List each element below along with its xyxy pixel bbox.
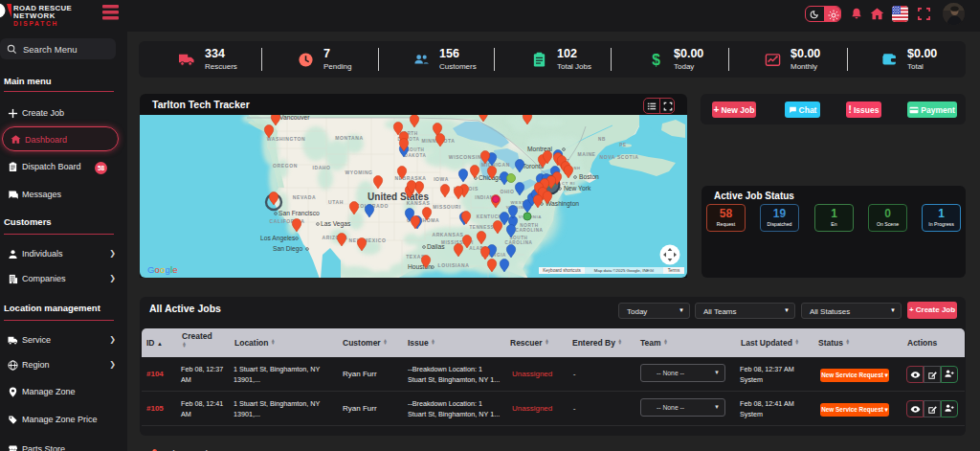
svg-text:Dallas: Dallas [427,243,445,250]
svg-text:IDAHO: IDAHO [312,165,330,170]
svg-text:OREGON: OREGON [273,163,298,169]
svg-text:WASHINGTON: WASHINGTON [267,136,305,142]
svg-text:PE: PE [619,143,626,147]
svg-text:Vancouver: Vancouver [279,115,310,121]
svg-text:Las Vegas: Las Vegas [321,220,351,228]
svg-text:DISPATCH: DISPATCH [13,20,58,27]
svg-text:UTAH: UTAH [328,199,344,205]
svg-text:MISSOURI: MISSOURI [433,204,461,210]
svg-text:CAROLINA: CAROLINA [504,240,532,245]
svg-text:NB: NB [598,137,606,142]
svg-text:IOWA: IOWA [434,176,449,182]
svg-text:San Diego: San Diego [273,245,303,253]
svg-text:NH: NH [574,166,581,170]
svg-text:WISCONSIN: WISCONSIN [449,154,481,160]
svg-text:MAINE: MAINE [577,151,595,157]
svg-text:MONTANA: MONTANA [335,135,363,141]
svg-text:Boston: Boston [579,173,599,180]
svg-text:NOVA SCOTIA: NOVA SCOTIA [600,154,639,160]
svg-text:DAKOTA: DAKOTA [405,153,427,158]
svg-text:NETWORK: NETWORK [13,11,56,20]
svg-text:NEVADA: NEVADA [293,194,316,200]
svg-text:$: $ [652,52,660,68]
svg-text:Keyboard shortcuts: Keyboard shortcuts [543,268,581,273]
svg-text:CAROLINA: CAROLINA [515,228,543,233]
svg-text:Google: Google [147,264,178,275]
svg-text:NEW MEXICO: NEW MEXICO [349,237,387,243]
svg-text:WYOMING: WYOMING [345,169,372,175]
svg-text:San Francisco: San Francisco [278,210,320,216]
svg-text:Map data ©2025 Google, INEGI: Map data ©2025 Google, INEGI [594,268,654,273]
svg-text:Terms: Terms [668,268,680,273]
svg-text:SOUTH: SOUTH [406,147,424,152]
svg-text:OHIO: OHIO [500,189,514,194]
svg-text:LOUISIANA: LOUISIANA [438,262,470,268]
svg-text:ARKANSAS: ARKANSAS [432,232,463,237]
svg-text:Los Angeles: Los Angeles [260,235,296,242]
svg-text:Washington: Washington [546,200,579,208]
svg-text:New York: New York [564,185,591,192]
